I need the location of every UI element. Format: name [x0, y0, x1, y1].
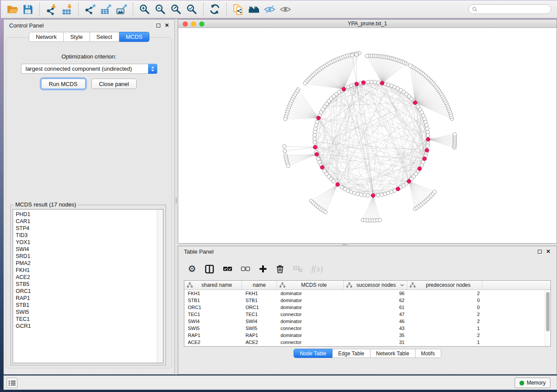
- tab-style[interactable]: Style: [64, 32, 90, 42]
- graph-node[interactable]: [350, 54, 354, 57]
- graph-node[interactable]: [284, 117, 287, 120]
- close-window-icon[interactable]: [183, 21, 188, 27]
- column-header-successor-nodes[interactable]: successor nodes: [344, 281, 407, 289]
- new-network-from-selection-icon[interactable]: [231, 2, 245, 16]
- column-header-predecessor-nodes[interactable]: predecessor nodes: [407, 281, 482, 289]
- first-neighbors-icon[interactable]: [247, 2, 261, 16]
- graph-node[interactable]: [363, 193, 366, 197]
- splitter-grip[interactable]: [342, 244, 347, 245]
- tab-network-table[interactable]: Network Table: [370, 349, 415, 358]
- table-row[interactable]: ORC1ORC1dominator610: [184, 304, 550, 311]
- mcds-node[interactable]: [407, 179, 411, 183]
- mcds-result-item[interactable]: ORC1: [16, 288, 163, 295]
- column-header-shared-name[interactable]: shared name: [184, 281, 242, 289]
- tab-network[interactable]: Network: [29, 32, 64, 42]
- mcds-result-item[interactable]: STB5: [16, 281, 163, 288]
- settings-gear-icon[interactable]: ⚙: [188, 263, 196, 275]
- graph-node[interactable]: [313, 141, 316, 144]
- mcds-result-item[interactable]: CAR1: [16, 218, 163, 225]
- table-row[interactable]: YOX1YOX1connector291: [184, 346, 550, 347]
- graph-node[interactable]: [359, 193, 363, 196]
- import-network-icon[interactable]: [44, 2, 58, 16]
- mcds-node[interactable]: [336, 182, 339, 186]
- graph-node[interactable]: [426, 134, 430, 137]
- select-all-icon[interactable]: [223, 263, 232, 275]
- mcds-node[interactable]: [418, 167, 422, 171]
- toggle-columns-icon[interactable]: [204, 263, 214, 275]
- table-row[interactable]: RAP1RAP1dominator352: [184, 332, 550, 339]
- tab-edge-table[interactable]: Edge Table: [332, 349, 370, 358]
- splitter-grip[interactable]: [176, 197, 177, 203]
- graph-node[interactable]: [365, 54, 369, 58]
- graph-node[interactable]: [346, 85, 349, 89]
- export-network-icon[interactable]: [83, 2, 97, 16]
- close-panel-icon[interactable]: ✕: [165, 24, 169, 28]
- run-mcds-button[interactable]: Run MCDS: [41, 79, 86, 89]
- mcds-result-item[interactable]: STB1: [16, 302, 163, 309]
- graph-node[interactable]: [332, 179, 336, 183]
- mcds-result-item[interactable]: YOX1: [16, 239, 163, 246]
- mcds-result-item[interactable]: GCR1: [16, 323, 163, 330]
- mcds-result-item[interactable]: RAP1: [16, 295, 163, 302]
- table-row[interactable]: SWI4SWI4dominator462: [184, 318, 550, 325]
- mcds-result-item[interactable]: ACE2: [16, 274, 163, 281]
- graph-node[interactable]: [373, 80, 377, 84]
- show-all-icon[interactable]: [278, 2, 292, 16]
- mcds-result-item[interactable]: TID3: [16, 232, 163, 239]
- mcds-node[interactable]: [317, 116, 321, 120]
- mcds-node[interactable]: [342, 87, 346, 91]
- graph-node[interactable]: [313, 137, 316, 141]
- mcds-node[interactable]: [313, 145, 317, 149]
- graph-node[interactable]: [380, 193, 383, 196]
- graph-node[interactable]: [355, 53, 358, 56]
- graph-node[interactable]: [416, 105, 420, 108]
- tab-node-table[interactable]: Node Table: [294, 349, 332, 358]
- table-row[interactable]: ACE2ACE2connector311: [184, 339, 550, 346]
- zoom-fit-icon[interactable]: [169, 2, 183, 16]
- memory-button[interactable]: Memory: [515, 378, 550, 388]
- graph-node[interactable]: [356, 192, 360, 196]
- table-row[interactable]: FKH1FKH1dominator962: [184, 290, 550, 297]
- zoom-out-icon[interactable]: [153, 2, 167, 16]
- tab-motifs[interactable]: Motifs: [415, 349, 441, 358]
- vertical-splitter[interactable]: [175, 19, 178, 375]
- graph-node[interactable]: [408, 64, 412, 67]
- graph-node[interactable]: [324, 210, 327, 214]
- graph-node[interactable]: [453, 133, 457, 136]
- table-scrollbar[interactable]: [545, 290, 550, 346]
- network-canvas[interactable]: [178, 28, 557, 243]
- mcds-node[interactable]: [361, 81, 365, 85]
- scrollbar-thumb[interactable]: [546, 292, 550, 331]
- mcds-node[interactable]: [320, 165, 324, 169]
- mcds-result-item[interactable]: SWI4: [16, 246, 163, 253]
- task-history-button[interactable]: [7, 378, 17, 388]
- save-icon[interactable]: [21, 2, 35, 16]
- mcds-node[interactable]: [426, 138, 430, 141]
- table-row[interactable]: SWI5SWI5connector431: [184, 325, 550, 332]
- graph-node[interactable]: [426, 127, 429, 130]
- graph-node[interactable]: [376, 81, 380, 84]
- mcds-node[interactable]: [315, 152, 318, 156]
- graph-node[interactable]: [283, 149, 287, 153]
- delete-icon[interactable]: [276, 263, 284, 275]
- mcds-node[interactable]: [425, 148, 429, 152]
- graph-node[interactable]: [433, 190, 436, 193]
- mcds-result-item[interactable]: PMA2: [16, 260, 163, 267]
- graph-node[interactable]: [303, 82, 307, 85]
- float-panel-icon[interactable]: [156, 24, 160, 28]
- export-image-icon[interactable]: [114, 2, 128, 16]
- hide-selected-icon[interactable]: [263, 2, 277, 16]
- graph-node[interactable]: [376, 193, 380, 197]
- mcds-node[interactable]: [371, 193, 375, 197]
- add-icon[interactable]: [259, 263, 267, 275]
- graph-node[interactable]: [313, 134, 316, 137]
- graph-node[interactable]: [283, 144, 286, 148]
- maximize-window-icon[interactable]: [199, 21, 204, 27]
- import-table-icon[interactable]: [60, 2, 74, 16]
- table-row[interactable]: STB1STB1dominator620: [184, 297, 550, 304]
- graph-node[interactable]: [314, 127, 317, 130]
- graph-node[interactable]: [287, 164, 290, 168]
- mcds-node[interactable]: [396, 187, 400, 191]
- search-input[interactable]: [480, 6, 547, 12]
- criterion-dropdown[interactable]: largest connected component (undirected): [21, 64, 157, 74]
